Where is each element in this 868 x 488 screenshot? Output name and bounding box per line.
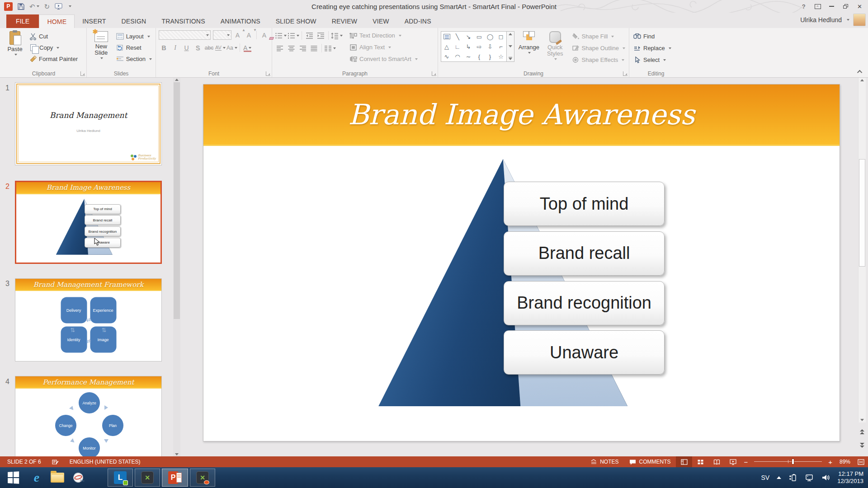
character-spacing-button[interactable]: AV <box>215 42 226 53</box>
font-dialog-launcher[interactable] <box>266 71 270 76</box>
level-brand-recognition[interactable]: Brand recognition <box>504 281 665 325</box>
shape-rounded-rectangle[interactable]: ◻ <box>495 32 506 42</box>
shape-fill-button[interactable]: Shape Fill <box>571 31 627 42</box>
ribbon-display-options-button[interactable]: ^ <box>811 1 824 11</box>
increase-indent-button[interactable] <box>316 30 326 41</box>
clear-formatting-button[interactable]: A <box>259 30 269 40</box>
copy-button[interactable]: Copy <box>28 42 79 53</box>
tab-insert[interactable]: INSERT <box>75 14 113 28</box>
slide-thumbnail-4[interactable]: Performance Management Analyze Plan Moni… <box>15 376 162 459</box>
shape-curve[interactable]: ∼ <box>463 52 474 61</box>
start-button[interactable] <box>0 467 26 488</box>
minimize-button[interactable] <box>825 1 838 11</box>
strikethrough-button[interactable]: abc <box>204 42 214 53</box>
shape-elbow-arrow[interactable]: ↳ <box>463 42 474 52</box>
customize-qat-button[interactable] <box>67 5 71 7</box>
zoom-slider-knob[interactable] <box>792 459 794 465</box>
justify-button[interactable] <box>309 43 319 53</box>
close-button[interactable]: ✕ <box>853 1 866 11</box>
underline-button[interactable]: U <box>181 42 192 53</box>
tab-slideshow[interactable]: SLIDE SHOW <box>268 14 324 28</box>
decrease-indent-button[interactable] <box>304 30 315 41</box>
shape-triangle[interactable]: △ <box>441 42 452 52</box>
arrange-button[interactable]: Arrange <box>516 30 542 70</box>
level-unaware[interactable]: Unaware <box>504 330 665 375</box>
new-slide-button[interactable]: ✱ New Slide <box>90 30 113 70</box>
fit-slide-to-window-button[interactable] <box>852 456 868 467</box>
power-icon[interactable] <box>788 474 797 482</box>
snipping-tool-icon[interactable]: ✂ <box>68 467 89 488</box>
shape-star[interactable]: ☆ <box>495 52 506 61</box>
replace-button[interactable]: Replace <box>632 42 673 54</box>
tab-view[interactable]: VIEW <box>365 14 397 28</box>
screen-capture-taskbar-button[interactable]: ✕ <box>135 469 160 487</box>
zoom-percentage[interactable]: 89% <box>835 459 852 465</box>
select-button[interactable]: Select <box>632 54 673 66</box>
shape-arrow[interactable]: ↘ <box>463 32 474 42</box>
show-hidden-icons-button[interactable] <box>777 476 781 479</box>
shape-scribble[interactable]: ∿ <box>441 52 452 61</box>
find-button[interactable]: Find <box>632 31 673 42</box>
pyramid-smartart[interactable]: Top of mind Brand recall Brand recogniti… <box>203 84 840 441</box>
shape-arc[interactable]: ◠ <box>452 52 463 61</box>
paste-button[interactable]: Paste <box>4 30 26 70</box>
spellcheck-icon[interactable] <box>52 459 59 465</box>
bold-button[interactable]: B <box>159 42 169 53</box>
slide-canvas[interactable]: Brand Image Awareness Top of mind Brand … <box>203 84 840 441</box>
scroll-down-arrow[interactable] <box>860 419 864 421</box>
scrollbar-thumb[interactable] <box>174 82 180 319</box>
font-size-combo[interactable] <box>213 30 231 40</box>
notes-button[interactable]: NOTES <box>585 456 624 467</box>
restore-button[interactable] <box>839 1 852 11</box>
internet-explorer-icon[interactable]: e <box>26 467 47 488</box>
slide-show-button[interactable] <box>725 456 741 467</box>
shape-right-arrow[interactable]: ⇨ <box>474 42 485 52</box>
tab-transitions[interactable]: TRANSITIONS <box>154 14 212 28</box>
tab-addins[interactable]: ADD-INS <box>397 14 439 28</box>
shape-oval[interactable]: ◯ <box>485 32 495 42</box>
slide-thumbnail-2[interactable]: Brand Image Awareness Top of mind Brand … <box>15 181 162 264</box>
volume-icon[interactable] <box>821 474 830 482</box>
reset-button[interactable]: Reset <box>115 42 153 53</box>
shape-outline-button[interactable]: Shape Outline <box>571 42 627 54</box>
undo-button[interactable]: ↶ <box>29 3 39 10</box>
columns-button[interactable] <box>324 43 336 53</box>
comments-button[interactable]: COMMENTS <box>624 456 676 467</box>
taskbar-clock[interactable]: 12:17 PM 12/3/2013 <box>837 470 863 485</box>
shape-effects-button[interactable]: Shape Effects <box>571 54 627 66</box>
tab-animations[interactable]: ANIMATIONS <box>213 14 268 28</box>
align-text-button[interactable]: Align Text <box>348 42 419 53</box>
shapes-scroll-up[interactable] <box>509 33 512 35</box>
tab-review[interactable]: REVIEW <box>324 14 365 28</box>
tab-design[interactable]: DESIGN <box>113 14 154 28</box>
scroll-up-arrow[interactable] <box>860 79 864 81</box>
editor-scrollbar[interactable] <box>858 78 866 422</box>
font-name-combo[interactable] <box>159 30 211 40</box>
thumbnail-scrollbar[interactable] <box>173 78 180 456</box>
level-brand-recall[interactable]: Brand recall <box>504 231 665 276</box>
grow-font-button[interactable]: A▲ <box>232 30 243 40</box>
language-indicator[interactable]: ENGLISH (UNITED STATES) <box>70 459 141 465</box>
shrink-font-button[interactable]: A▼ <box>244 30 254 40</box>
layout-button[interactable]: Layout <box>115 31 153 42</box>
align-center-button[interactable] <box>286 43 297 53</box>
lync-taskbar-button[interactable]: L <box>108 469 133 487</box>
shapes-scroll-down[interactable] <box>509 45 512 47</box>
slide-thumbnail-1[interactable]: Brand Management Ulrika Hedlund Business… <box>15 82 162 165</box>
shape-freeform[interactable]: ⌐ <box>495 42 506 52</box>
help-button[interactable]: ? <box>797 1 810 11</box>
zoom-in-button[interactable]: + <box>826 458 835 466</box>
format-painter-button[interactable]: Format Painter <box>28 53 79 65</box>
italic-button[interactable]: I <box>170 42 180 53</box>
slide-sorter-view-button[interactable] <box>692 456 708 467</box>
align-left-button[interactable] <box>275 43 285 53</box>
shape-right-brace[interactable]: } <box>485 52 495 61</box>
shape-down-arrow[interactable]: ⇩ <box>485 42 495 52</box>
tab-home[interactable]: HOME <box>39 14 75 28</box>
scrollbar-thumb[interactable] <box>859 159 865 267</box>
cut-button[interactable]: Cut <box>28 31 79 42</box>
section-button[interactable]: Section <box>115 53 153 65</box>
paragraph-dialog-launcher[interactable] <box>432 71 436 76</box>
convert-to-smartart-button[interactable]: Convert to SmartArt <box>348 53 419 65</box>
language-switcher[interactable]: SV <box>761 474 769 481</box>
